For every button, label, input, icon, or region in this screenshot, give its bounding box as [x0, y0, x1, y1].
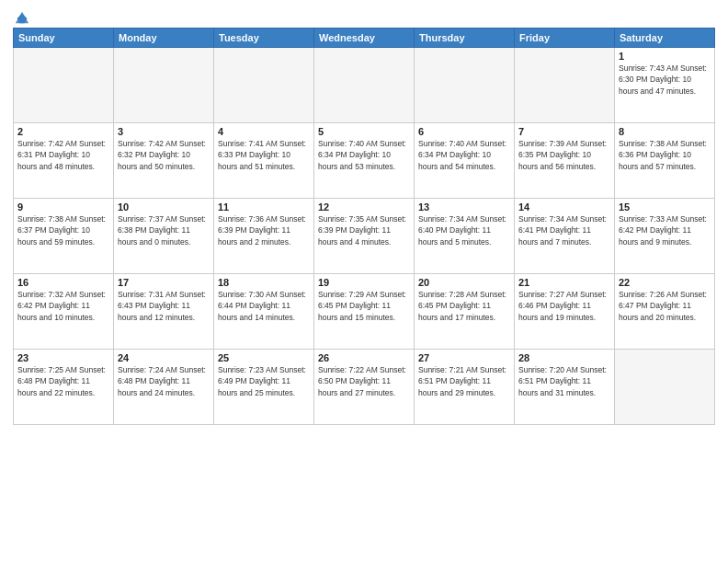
calendar-header-wednesday: Wednesday [314, 29, 415, 48]
calendar-header-sunday: Sunday [14, 29, 114, 48]
calendar-header-tuesday: Tuesday [214, 29, 314, 48]
calendar-cell: 28Sunrise: 7:20 AM Sunset: 6:51 PM Dayli… [515, 350, 615, 425]
day-info: Sunrise: 7:34 AM Sunset: 6:40 PM Dayligh… [418, 213, 510, 247]
calendar-cell: 14Sunrise: 7:34 AM Sunset: 6:41 PM Dayli… [515, 199, 615, 274]
calendar-cell: 5Sunrise: 7:40 AM Sunset: 6:34 PM Daylig… [314, 123, 415, 199]
day-number: 9 [17, 201, 109, 213]
day-number: 21 [518, 277, 610, 288]
calendar-cell: 27Sunrise: 7:21 AM Sunset: 6:51 PM Dayli… [415, 350, 515, 425]
day-number: 28 [518, 352, 610, 363]
calendar-cell [314, 48, 415, 123]
day-info: Sunrise: 7:42 AM Sunset: 6:32 PM Dayligh… [118, 138, 210, 172]
day-info: Sunrise: 7:22 AM Sunset: 6:50 PM Dayligh… [318, 364, 410, 398]
calendar-cell: 12Sunrise: 7:35 AM Sunset: 6:39 PM Dayli… [314, 199, 415, 274]
calendar-cell: 4Sunrise: 7:41 AM Sunset: 6:33 PM Daylig… [214, 123, 314, 199]
day-number: 25 [218, 352, 310, 363]
calendar-cell [515, 48, 615, 123]
day-info: Sunrise: 7:42 AM Sunset: 6:31 PM Dayligh… [17, 138, 109, 172]
day-info: Sunrise: 7:26 AM Sunset: 6:47 PM Dayligh… [619, 289, 711, 323]
day-info: Sunrise: 7:24 AM Sunset: 6:48 PM Dayligh… [118, 364, 210, 398]
calendar-header-saturday: Saturday [615, 29, 715, 48]
calendar-week-3: 9Sunrise: 7:38 AM Sunset: 6:37 PM Daylig… [14, 199, 715, 274]
calendar-cell: 11Sunrise: 7:36 AM Sunset: 6:39 PM Dayli… [214, 199, 314, 274]
day-info: Sunrise: 7:38 AM Sunset: 6:37 PM Dayligh… [17, 213, 109, 247]
calendar-cell: 17Sunrise: 7:31 AM Sunset: 6:43 PM Dayli… [114, 274, 214, 350]
calendar-week-1: 1Sunrise: 7:43 AM Sunset: 6:30 PM Daylig… [14, 48, 715, 123]
day-number: 5 [318, 126, 410, 137]
day-number: 22 [619, 277, 711, 288]
calendar-cell [114, 48, 214, 123]
day-number: 10 [118, 201, 210, 213]
calendar-cell [615, 350, 715, 425]
calendar-week-2: 2Sunrise: 7:42 AM Sunset: 6:31 PM Daylig… [14, 123, 715, 199]
day-number: 14 [518, 201, 610, 213]
calendar-cell [415, 48, 515, 123]
day-info: Sunrise: 7:40 AM Sunset: 6:34 PM Dayligh… [318, 138, 410, 172]
day-number: 7 [518, 126, 610, 137]
day-info: Sunrise: 7:20 AM Sunset: 6:51 PM Dayligh… [518, 364, 610, 398]
day-info: Sunrise: 7:30 AM Sunset: 6:44 PM Dayligh… [218, 289, 310, 323]
calendar-cell: 9Sunrise: 7:38 AM Sunset: 6:37 PM Daylig… [14, 199, 114, 274]
calendar-cell: 3Sunrise: 7:42 AM Sunset: 6:32 PM Daylig… [114, 123, 214, 199]
calendar-cell [14, 48, 114, 123]
day-info: Sunrise: 7:21 AM Sunset: 6:51 PM Dayligh… [418, 364, 510, 398]
calendar-header-monday: Monday [114, 29, 214, 48]
calendar-cell: 15Sunrise: 7:33 AM Sunset: 6:42 PM Dayli… [615, 199, 715, 274]
calendar-cell: 8Sunrise: 7:38 AM Sunset: 6:36 PM Daylig… [615, 123, 715, 199]
calendar-cell: 13Sunrise: 7:34 AM Sunset: 6:40 PM Dayli… [415, 199, 515, 274]
day-number: 13 [418, 201, 510, 213]
day-info: Sunrise: 7:43 AM Sunset: 6:30 PM Dayligh… [619, 63, 711, 97]
day-info: Sunrise: 7:38 AM Sunset: 6:36 PM Dayligh… [619, 138, 711, 172]
calendar-cell: 26Sunrise: 7:22 AM Sunset: 6:50 PM Dayli… [314, 350, 415, 425]
day-number: 24 [118, 352, 210, 363]
calendar-cell: 7Sunrise: 7:39 AM Sunset: 6:35 PM Daylig… [515, 123, 615, 199]
calendar-cell: 16Sunrise: 7:32 AM Sunset: 6:42 PM Dayli… [14, 274, 114, 350]
calendar-cell: 19Sunrise: 7:29 AM Sunset: 6:45 PM Dayli… [314, 274, 415, 350]
day-number: 18 [218, 277, 310, 288]
day-info: Sunrise: 7:25 AM Sunset: 6:48 PM Dayligh… [17, 364, 109, 398]
day-info: Sunrise: 7:41 AM Sunset: 6:33 PM Dayligh… [218, 138, 310, 172]
day-number: 20 [418, 277, 510, 288]
logo-icon [14, 9, 30, 26]
calendar-header-row: SundayMondayTuesdayWednesdayThursdayFrid… [14, 29, 715, 48]
calendar-cell: 6Sunrise: 7:40 AM Sunset: 6:34 PM Daylig… [415, 123, 515, 199]
day-info: Sunrise: 7:36 AM Sunset: 6:39 PM Dayligh… [218, 213, 310, 247]
day-number: 16 [17, 277, 109, 288]
calendar-cell: 22Sunrise: 7:26 AM Sunset: 6:47 PM Dayli… [615, 274, 715, 350]
day-number: 27 [418, 352, 510, 363]
calendar-cell: 23Sunrise: 7:25 AM Sunset: 6:48 PM Dayli… [14, 350, 114, 425]
header [13, 9, 715, 22]
day-number: 3 [118, 126, 210, 137]
calendar-cell: 10Sunrise: 7:37 AM Sunset: 6:38 PM Dayli… [114, 199, 214, 274]
day-number: 1 [619, 51, 711, 62]
day-number: 26 [318, 352, 410, 363]
logo [13, 9, 30, 22]
calendar-week-4: 16Sunrise: 7:32 AM Sunset: 6:42 PM Dayli… [14, 274, 715, 350]
day-number: 19 [318, 277, 410, 288]
page-container: SundayMondayTuesdayWednesdayThursdayFrid… [0, 0, 728, 434]
day-number: 6 [418, 126, 510, 137]
day-info: Sunrise: 7:31 AM Sunset: 6:43 PM Dayligh… [118, 289, 210, 323]
day-info: Sunrise: 7:32 AM Sunset: 6:42 PM Dayligh… [17, 289, 109, 323]
calendar-cell [214, 48, 314, 123]
day-info: Sunrise: 7:34 AM Sunset: 6:41 PM Dayligh… [518, 213, 610, 247]
calendar-header-friday: Friday [515, 29, 615, 48]
day-info: Sunrise: 7:28 AM Sunset: 6:45 PM Dayligh… [418, 289, 510, 323]
day-number: 12 [318, 201, 410, 213]
calendar-table: SundayMondayTuesdayWednesdayThursdayFrid… [13, 28, 715, 425]
day-info: Sunrise: 7:37 AM Sunset: 6:38 PM Dayligh… [118, 213, 210, 247]
day-info: Sunrise: 7:40 AM Sunset: 6:34 PM Dayligh… [418, 138, 510, 172]
day-info: Sunrise: 7:29 AM Sunset: 6:45 PM Dayligh… [318, 289, 410, 323]
day-number: 2 [17, 126, 109, 137]
calendar-cell: 20Sunrise: 7:28 AM Sunset: 6:45 PM Dayli… [415, 274, 515, 350]
day-info: Sunrise: 7:23 AM Sunset: 6:49 PM Dayligh… [218, 364, 310, 398]
day-info: Sunrise: 7:35 AM Sunset: 6:39 PM Dayligh… [318, 213, 410, 247]
day-number: 4 [218, 126, 310, 137]
calendar-cell: 1Sunrise: 7:43 AM Sunset: 6:30 PM Daylig… [615, 48, 715, 123]
calendar-cell: 18Sunrise: 7:30 AM Sunset: 6:44 PM Dayli… [214, 274, 314, 350]
day-number: 8 [619, 126, 711, 137]
calendar-week-5: 23Sunrise: 7:25 AM Sunset: 6:48 PM Dayli… [14, 350, 715, 425]
day-number: 23 [17, 352, 109, 363]
calendar-cell: 24Sunrise: 7:24 AM Sunset: 6:48 PM Dayli… [114, 350, 214, 425]
day-number: 15 [619, 201, 711, 213]
